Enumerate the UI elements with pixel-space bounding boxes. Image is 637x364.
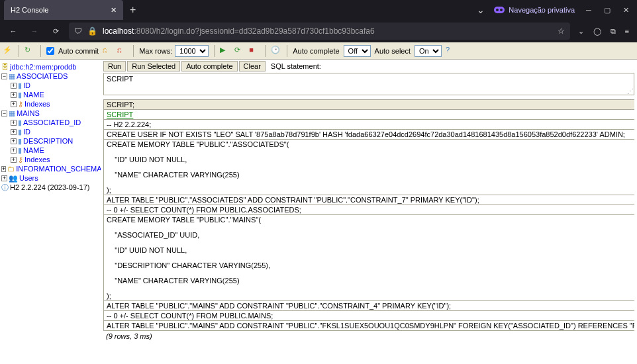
rollback-icon[interactable]: ⎌	[117, 46, 128, 56]
reload-button[interactable]: ⟳	[48, 27, 64, 36]
run-selected-icon[interactable]: ⟳	[234, 46, 245, 56]
result-row: CREATE USER IF NOT EXISTS "LEO" SALT '87…	[104, 130, 635, 140]
tab-title: H2 Console	[11, 6, 48, 14]
maxrows-label: Max rows:	[139, 47, 172, 55]
expand-icon[interactable]: +	[11, 129, 17, 135]
result-row: "NAME" CHARACTER VARYING(255)	[104, 170, 635, 185]
database-icon: 🗄	[1, 62, 9, 71]
tabs-dropdown-icon[interactable]: ⌄	[477, 5, 485, 15]
maxrows-select[interactable]: 1000	[175, 45, 209, 57]
url-bar[interactable]: 🛡 🔒 localhost:8080/h2/login.do?jsessioni…	[69, 23, 570, 40]
url-host: localhost	[103, 26, 134, 36]
sql-statement-label: SQL statement:	[271, 62, 321, 70]
back-button[interactable]: ←	[5, 27, 21, 35]
expand-icon[interactable]: +	[11, 101, 17, 107]
forward-button: →	[26, 27, 42, 35]
script-link[interactable]: SCRIPT	[107, 111, 133, 118]
shield-icon[interactable]: 🛡	[74, 26, 82, 36]
result-row: );	[104, 185, 635, 195]
lock-icon[interactable]: 🔒	[87, 26, 97, 36]
disconnect-icon[interactable]: ⚡	[3, 46, 13, 56]
result-row: -- 0 +/- SELECT COUNT(*) FROM PUBLIC.MAI…	[104, 311, 635, 321]
refresh-icon[interactable]: ↻	[24, 46, 35, 56]
pocket-icon[interactable]: ⌄	[578, 27, 584, 36]
results-panel: SCRIPT; SCRIPT -- H2 2.2.224; CREATE USE…	[103, 99, 634, 341]
autocommit-checkbox[interactable]	[46, 47, 54, 55]
collapse-icon[interactable]: −	[1, 111, 7, 116]
extensions-icon[interactable]: ⧉	[611, 27, 616, 36]
result-row: "NAME" CHARACTER VARYING(255)	[104, 276, 635, 291]
new-tab-button[interactable]: +	[130, 4, 136, 16]
column-icon: ▮	[18, 81, 22, 90]
clear-button[interactable]: Clear	[239, 61, 266, 71]
sql-input[interactable]: SCRIPT ⋰	[103, 73, 634, 95]
close-window-button[interactable]: ✕	[621, 5, 630, 15]
indexes-link[interactable]: Indexes	[24, 155, 50, 164]
autocomplete-select[interactable]: Off	[344, 45, 371, 57]
result-row: ALTER TABLE "PUBLIC"."ASSOCIATEDS" ADD C…	[104, 195, 635, 205]
table-icon: ▦	[9, 71, 15, 81]
expand-icon[interactable]: +	[11, 92, 17, 98]
result-row: ALTER TABLE "PUBLIC"."MAINS" ADD CONSTRA…	[104, 321, 635, 331]
autoselect-select[interactable]: On	[415, 45, 442, 57]
h2-toolbar: ⚡ ↻ Auto commit ⎌ ⎌ Max rows: 1000 ▶ ⟳ ■…	[0, 42, 637, 60]
expand-icon[interactable]: +	[11, 120, 17, 126]
run-icon[interactable]: ▶	[220, 46, 230, 56]
minimize-button[interactable]: ─	[584, 5, 593, 15]
browser-titlebar: H2 Console ✕ + ⌄ Navegação privativa ─ ▢…	[0, 0, 637, 20]
autocomplete-button[interactable]: Auto complete	[181, 61, 237, 71]
index-icon: ⚷	[18, 155, 23, 164]
folder-icon: 🗀	[7, 164, 15, 173]
browser-tab[interactable]: H2 Console ✕	[4, 0, 123, 20]
commit-icon[interactable]: ⎌	[103, 46, 113, 56]
bookmark-star-icon[interactable]: ☆	[558, 26, 565, 36]
result-row: CREATE MEMORY TABLE "PUBLIC"."ASSOCIATED…	[104, 140, 635, 156]
expand-icon[interactable]: +	[1, 166, 6, 172]
history-icon[interactable]: 🕑	[271, 46, 281, 56]
table-associateds[interactable]: ASSOCIATEDS	[17, 71, 68, 81]
db-link[interactable]: jdbc:h2:mem:proddb	[10, 62, 76, 71]
sql-text: SCRIPT	[107, 75, 133, 83]
column-icon: ▮	[18, 118, 22, 127]
browser-navbar: ← → ⟳ 🛡 🔒 localhost:8080/h2/login.do?jse…	[0, 20, 637, 42]
maximize-button[interactable]: ▢	[603, 5, 612, 15]
col-id[interactable]: ID	[23, 81, 30, 90]
result-row: ALTER TABLE "PUBLIC"."MAINS" ADD CONSTRA…	[104, 301, 635, 311]
col-name[interactable]: NAME	[23, 90, 44, 99]
indexes-link[interactable]: Indexes	[24, 99, 50, 109]
expand-icon[interactable]: +	[11, 148, 17, 154]
col-description[interactable]: DESCRIPTION	[23, 136, 73, 146]
expand-icon[interactable]: +	[11, 83, 17, 89]
run-selected-button[interactable]: Run Selected	[127, 61, 180, 71]
col-associated-id[interactable]: ASSOCIATED_ID	[23, 118, 81, 127]
sql-button-row: Run Run Selected Auto complete Clear SQL…	[101, 60, 637, 73]
private-browsing-indicator: Navegação privativa	[494, 6, 575, 14]
users-link[interactable]: Users	[19, 173, 38, 183]
column-icon: ▮	[18, 90, 22, 99]
results-header: SCRIPT;	[104, 100, 635, 110]
resize-handle[interactable]: ⋰	[627, 87, 634, 95]
column-icon: ▮	[18, 127, 22, 136]
result-row: CREATE MEMORY TABLE "PUBLIC"."MAINS"(	[104, 215, 635, 231]
information-schema[interactable]: INFORMATION_SCHEMA	[16, 164, 101, 173]
expand-icon[interactable]: +	[1, 175, 7, 181]
expand-icon[interactable]: +	[11, 157, 17, 163]
mask-icon	[494, 7, 505, 13]
help-icon[interactable]: ?	[446, 46, 456, 56]
result-row: "DESCRIPTION" CHARACTER VARYING(255),	[104, 261, 635, 276]
column-icon: ▮	[18, 136, 22, 146]
account-icon[interactable]: ◯	[593, 27, 601, 36]
col-id[interactable]: ID	[23, 127, 30, 136]
h2-console: ⚡ ↻ Auto commit ⎌ ⎌ Max rows: 1000 ▶ ⟳ ■…	[0, 42, 637, 364]
result-row: "ID" UUID NOT NULL,	[104, 155, 635, 170]
results-status: (9 rows, 3 ms)	[103, 331, 634, 341]
collapse-icon[interactable]: −	[1, 73, 7, 79]
stop-icon[interactable]: ■	[249, 46, 260, 56]
menu-icon[interactable]: ≡	[625, 27, 629, 36]
table-mains[interactable]: MAINS	[17, 109, 40, 118]
col-name[interactable]: NAME	[23, 146, 44, 155]
expand-icon[interactable]: +	[11, 138, 17, 144]
result-row: -- 0 +/- SELECT COUNT(*) FROM PUBLIC.ASS…	[104, 205, 635, 215]
run-button[interactable]: Run	[103, 61, 126, 71]
close-tab-icon[interactable]: ✕	[111, 6, 117, 15]
